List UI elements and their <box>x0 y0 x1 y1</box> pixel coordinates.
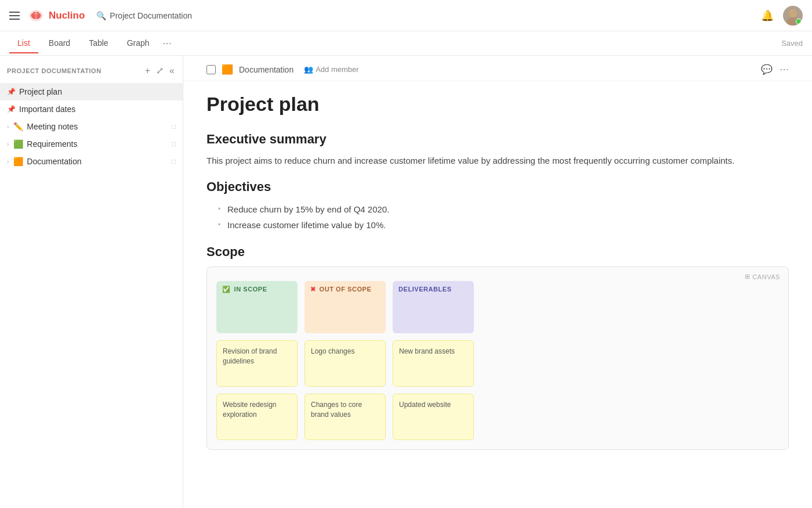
add-item-button[interactable]: + <box>144 64 151 77</box>
objective-2: Increase customer lifetime value by 10%. <box>218 217 789 233</box>
tab-more-button[interactable]: ⋯ <box>162 38 172 49</box>
executive-summary-text: This project aims to reduce churn and in… <box>206 154 789 168</box>
page-title: Project plan <box>206 93 789 116</box>
tab-list[interactable]: List <box>9 34 38 53</box>
sidebar-item-meeting-notes[interactable]: › ✏️ Meeting notes □ <box>0 118 183 135</box>
main-layout: Project Documentation + ⤢ « 📌 Project pl… <box>0 56 812 508</box>
doc-icon: 🟧 <box>222 64 233 75</box>
sidebar-item-label-5: Documentation <box>27 157 168 166</box>
collapse-sidebar-button[interactable]: « <box>168 64 176 77</box>
search-area[interactable]: 🔍 Project Documentation <box>96 11 192 20</box>
section-heading-objectives: Objectives <box>206 179 789 194</box>
comments-icon[interactable]: 💬 <box>761 64 773 75</box>
sidebar-header: Project Documentation + ⤢ « <box>0 56 183 83</box>
canvas-card-3[interactable]: New brand assets <box>393 340 474 387</box>
sidebar-item-label-4: Requirements <box>27 139 168 149</box>
tab-table[interactable]: Table <box>81 34 116 53</box>
sidebar-item-requirements[interactable]: › 🟩 Requirements □ <box>0 135 183 153</box>
chevron-icon: › <box>7 124 9 130</box>
add-member-icon: 👥 <box>304 65 313 74</box>
objective-1: Reduce churn by 15% by end of Q4 2020. <box>218 201 789 217</box>
content-body: Project plan Executive summary This proj… <box>183 81 812 473</box>
canvas-icon: ⊞ <box>745 273 751 280</box>
sidebar-actions: + ⤢ « <box>144 64 176 77</box>
canvas-col-out-of-scope: ✖ OUT OF SCOPE <box>304 281 386 333</box>
canvas-container: ⊞ CANVAS ✅ IN SCOPE ✖ OUT OF SCOPE DELIV… <box>206 266 789 450</box>
green-square-icon: 🟩 <box>13 139 23 149</box>
canvas-card-6[interactable]: Updated website <box>393 394 474 440</box>
search-icon: 🔍 <box>96 11 106 20</box>
tab-bar: List Board Table Graph ⋯ Saved <box>0 31 812 56</box>
item-badge: □ <box>172 123 176 131</box>
chevron-icon-3: › <box>7 158 9 165</box>
item-badge-2: □ <box>172 140 176 148</box>
orange-square-icon: 🟧 <box>13 157 23 166</box>
tab-graph[interactable]: Graph <box>119 34 158 53</box>
saved-indicator: Saved <box>781 39 803 48</box>
item-badge-3: □ <box>172 157 176 165</box>
out-of-scope-icon: ✖ <box>310 286 316 293</box>
content-header: 🟧 Documentation 👥 Add member 💬 ⋯ <box>183 56 812 81</box>
more-options-icon[interactable]: ⋯ <box>780 64 789 75</box>
canvas-card-4[interactable]: Website redesign exploration <box>216 394 298 440</box>
svg-point-2 <box>786 17 799 26</box>
canvas-card-1[interactable]: Revision of brand guidelines <box>216 340 298 387</box>
sidebar-item-label-2: Important dates <box>19 105 176 114</box>
app-name: Nuclino <box>49 10 85 21</box>
doc-checkbox[interactable] <box>206 65 216 74</box>
header-actions: 💬 ⋯ <box>761 64 789 75</box>
sidebar-item-label-3: Meeting notes <box>27 122 168 131</box>
section-heading-scope: Scope <box>206 244 789 260</box>
sidebar-item-label: Project plan <box>19 87 176 96</box>
canvas-label: ⊞ CANVAS <box>745 273 780 280</box>
pin-icon-2: 📌 <box>7 105 16 113</box>
tab-board[interactable]: Board <box>41 34 78 53</box>
hamburger-menu[interactable] <box>9 12 20 20</box>
svg-point-1 <box>789 9 797 17</box>
avatar[interactable] <box>783 6 803 26</box>
canvas-grid: ✅ IN SCOPE ✖ OUT OF SCOPE DELIVERABLES R… <box>216 281 779 440</box>
objectives-list: Reduce churn by 15% by end of Q4 2020. I… <box>218 201 789 233</box>
nav-right: 🔔 <box>761 6 803 26</box>
logo-icon <box>27 6 45 25</box>
sidebar-item-important-dates[interactable]: 📌 Important dates <box>0 100 183 118</box>
add-member-button[interactable]: 👥 Add member <box>304 65 358 74</box>
canvas-card-5[interactable]: Changes to core brand values <box>304 394 386 440</box>
sidebar-item-documentation[interactable]: › 🟧 Documentation □ <box>0 153 183 170</box>
canvas-card-2[interactable]: Logo changes <box>304 340 386 387</box>
in-scope-icon: ✅ <box>222 286 231 293</box>
content-area: 🟧 Documentation 👥 Add member 💬 ⋯ Project… <box>183 56 812 508</box>
doc-breadcrumb-label: Documentation <box>239 65 293 74</box>
notifications-icon[interactable]: 🔔 <box>761 9 774 22</box>
expand-button[interactable]: ⤢ <box>155 64 165 77</box>
add-member-label: Add member <box>316 65 358 74</box>
sidebar: Project Documentation + ⤢ « 📌 Project pl… <box>0 56 183 508</box>
breadcrumb: Project Documentation <box>110 11 192 20</box>
sidebar-title: Project Documentation <box>7 67 140 74</box>
pencil-icon: ✏️ <box>13 122 23 131</box>
section-heading-executive: Executive summary <box>206 132 789 147</box>
chevron-icon-2: › <box>7 141 9 147</box>
sidebar-item-project-plan[interactable]: 📌 Project plan <box>0 83 183 100</box>
canvas-col-in-scope: ✅ IN SCOPE <box>216 281 298 333</box>
logo-area: Nuclino <box>27 6 85 25</box>
pin-icon: 📌 <box>7 88 16 96</box>
canvas-col-deliverables: DELIVERABLES <box>393 281 474 333</box>
top-nav: Nuclino 🔍 Project Documentation 🔔 <box>0 0 812 31</box>
